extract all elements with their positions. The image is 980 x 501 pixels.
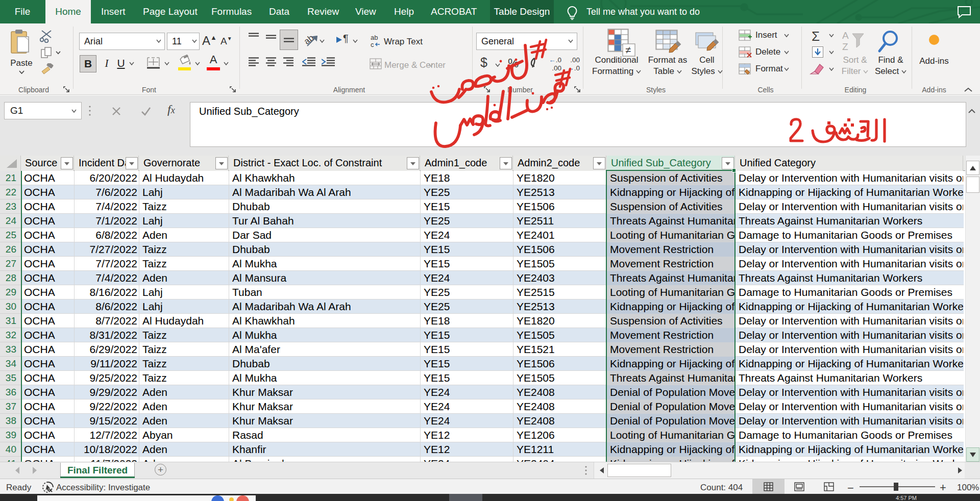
svg-text:c: c (371, 41, 374, 48)
svg-text:A: A (842, 30, 849, 41)
svg-text:≠: ≠ (625, 44, 631, 56)
svg-text:Z: Z (842, 41, 848, 52)
